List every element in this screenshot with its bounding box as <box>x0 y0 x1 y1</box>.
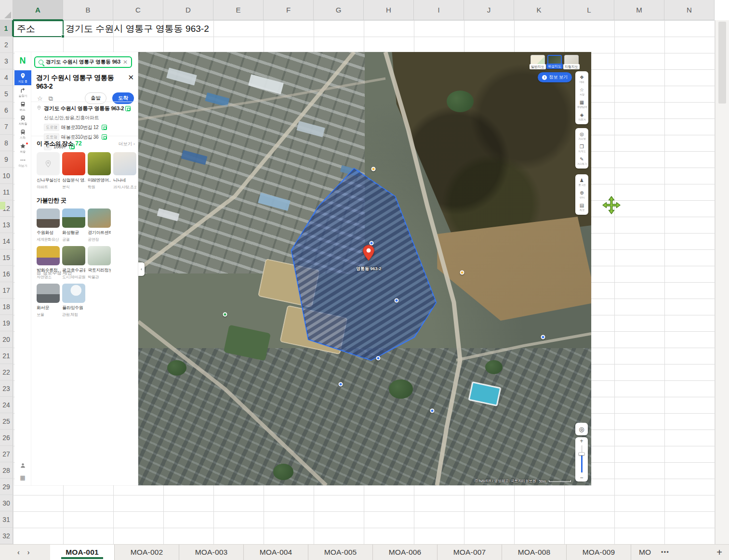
rail-item-더보기[interactable]: 더보기 <box>14 155 31 169</box>
map-tool-자전거[interactable]: ◈자전거 <box>575 110 588 123</box>
poi-marker[interactable] <box>371 167 376 171</box>
row-header-30[interactable]: 30 <box>0 495 13 511</box>
row-header-15[interactable]: 15 <box>0 249 13 266</box>
copy-icon[interactable] <box>102 134 107 140</box>
search-input[interactable]: 경기도 수원시 영통구 영통동 963-2 ✕ <box>34 56 132 68</box>
row-header-7[interactable]: 7 <box>0 118 13 135</box>
bookmark-star-icon[interactable]: ☆ <box>37 95 43 102</box>
sheet-tab-MOA-006[interactable]: MOA-006 <box>373 545 437 560</box>
attraction-card[interactable]: 화서문보물 <box>37 284 60 317</box>
sheet-tab-MOA-008[interactable]: MOA-008 <box>502 545 567 560</box>
sheet-tab-MOA-001[interactable]: MOA-001 <box>50 545 115 560</box>
row-header-14[interactable]: 14 <box>0 233 13 249</box>
tabs-prev-button[interactable]: ‹ <box>17 548 20 556</box>
zoom-out-button[interactable]: − <box>575 474 588 482</box>
column-header-C[interactable]: C <box>113 0 163 20</box>
column-header-L[interactable]: L <box>564 0 614 20</box>
row-header-24[interactable]: 24 <box>0 397 13 413</box>
map-tool-거리뷰[interactable]: ◎거리뷰 <box>575 130 588 142</box>
sheet-tab-MOA-004[interactable]: MOA-004 <box>244 545 308 560</box>
naver-logo[interactable]: N <box>20 56 26 65</box>
rail-item-지도 홈[interactable]: 지도 홈 <box>14 70 31 85</box>
places-more-link[interactable]: 더보기 › <box>119 141 135 147</box>
map-tool-제보[interactable]: ▤제보 <box>575 201 588 213</box>
column-header-N[interactable]: N <box>664 0 715 20</box>
rail-item-지하철[interactable]: 지하철 <box>14 113 31 127</box>
map-tool-테마[interactable]: ❖테마 <box>575 73 588 85</box>
poi-marker[interactable] <box>223 313 227 317</box>
sheet-tab-MOA-009[interactable]: MOA-009 <box>567 545 631 560</box>
share-icon[interactable]: ⧉ <box>49 95 53 102</box>
row-header-22[interactable]: 22 <box>0 364 13 380</box>
search-clear-icon[interactable]: ✕ <box>123 59 128 65</box>
column-header-B[interactable]: B <box>63 0 113 20</box>
zoom-handle[interactable] <box>579 452 585 456</box>
column-header-M[interactable]: M <box>614 0 664 20</box>
column-header-H[interactable]: H <box>364 0 414 20</box>
attraction-card[interactable]: 플라잉수원관람,체험 <box>62 284 85 317</box>
panel-collapse-button[interactable]: ‹ <box>138 262 145 276</box>
layer-button-지형지도[interactable]: 지형지도 <box>564 55 579 66</box>
rail-item-버스[interactable]: 버스 <box>14 99 31 113</box>
place-card[interactable]: 삼첩분식 영...분식 <box>62 152 85 190</box>
map-tool-저장[interactable]: ☆저장 <box>575 85 588 98</box>
row-header-13[interactable]: 13 <box>0 217 13 233</box>
fill-handle[interactable] <box>61 35 65 38</box>
attraction-card[interactable]: 국토지리정보...박물관 <box>88 246 111 280</box>
copy-icon[interactable] <box>102 125 107 130</box>
row-header-17[interactable]: 17 <box>0 282 13 299</box>
column-header-K[interactable]: K <box>514 0 564 20</box>
zoom-track[interactable] <box>581 445 583 473</box>
active-cell-a1[interactable]: 주소 <box>13 20 64 37</box>
my-location-button[interactable]: ◎ <box>575 423 588 435</box>
row-header-3[interactable]: 3 <box>0 53 13 69</box>
row-header-29[interactable]: 29 <box>0 479 13 495</box>
depart-button[interactable]: 출발 <box>85 92 106 104</box>
panel-close-icon[interactable]: ✕ <box>128 74 134 81</box>
report-edit-link[interactable]: ▤ 정보수정 제안 <box>37 270 72 276</box>
poi-marker[interactable] <box>376 356 381 361</box>
row-header-26[interactable]: 26 <box>0 430 13 446</box>
column-header-D[interactable]: D <box>163 0 213 20</box>
column-header-J[interactable]: J <box>464 0 514 20</box>
profile-icon[interactable] <box>20 462 26 470</box>
tabs-next-button[interactable]: › <box>27 548 30 556</box>
map-tool-거리재기[interactable]: ✎거리재기 <box>575 155 588 167</box>
apps-grid-icon[interactable]: ▦ <box>20 475 25 481</box>
row-header-6[interactable]: 6 <box>0 102 13 118</box>
column-header-F[interactable]: F <box>264 0 314 20</box>
sheet-tab-MO[interactable]: MO <box>631 545 658 560</box>
map-tool-로그인[interactable]: ♟로그인 <box>575 176 588 188</box>
poi-marker[interactable] <box>541 335 545 339</box>
column-header-A[interactable]: A <box>13 0 63 20</box>
sheet-tab-MOA-005[interactable]: MOA-005 <box>308 545 373 560</box>
sheet-tab-MOA-007[interactable]: MOA-007 <box>437 545 502 560</box>
row-header-1[interactable]: 1 <box>0 20 13 37</box>
rail-item-길찾기[interactable]: 길찾기 <box>14 85 31 99</box>
row-header-31[interactable]: 31 <box>0 511 13 528</box>
place-card[interactable]: 니나네과자,사탕,초코렛 <box>113 152 136 190</box>
row-header-18[interactable]: 18 <box>0 299 13 315</box>
column-header-I[interactable]: I <box>414 0 464 20</box>
poi-marker[interactable] <box>430 409 435 413</box>
layer-button-위성지도[interactable]: 위성지도 <box>547 55 562 66</box>
arrive-button[interactable]: 도착 <box>112 92 134 104</box>
vertical-scrollbar[interactable] <box>715 20 729 544</box>
info-view-button[interactable]: i 정보 보기 <box>538 72 572 82</box>
map-tool-주변탐색[interactable]: ▦주변탐색 <box>575 98 588 110</box>
embedded-map-image[interactable]: N 지도 홈길찾기버스지하철기차저장더보기 ▦ 경기도 수원시 영통구 영통동 … <box>14 52 591 485</box>
satellite-map[interactable]: 영통동 963-2 일반지도위성지도지형지도 i 정보 보기 ❖테마☆저장▦주변… <box>138 52 591 485</box>
row-header-8[interactable]: 8 <box>0 135 13 151</box>
layer-button-일반지도[interactable]: 일반지도 <box>530 55 545 66</box>
row-header-19[interactable]: 19 <box>0 315 13 331</box>
poi-marker[interactable] <box>460 271 464 275</box>
row-header-20[interactable]: 20 <box>0 331 13 348</box>
poi-marker[interactable] <box>339 382 343 387</box>
map-tool-언어[interactable]: ⊕언어 <box>575 188 588 201</box>
row-header-32[interactable]: 32 <box>0 528 13 544</box>
row-header-9[interactable]: 9 <box>0 151 13 168</box>
attraction-card[interactable]: 수원화성세계문화유산 <box>37 208 60 242</box>
attraction-card[interactable]: 경기아트센터공연장 <box>88 208 111 242</box>
column-header-E[interactable]: E <box>213 0 264 20</box>
row-header-11[interactable]: 11 <box>0 184 13 200</box>
